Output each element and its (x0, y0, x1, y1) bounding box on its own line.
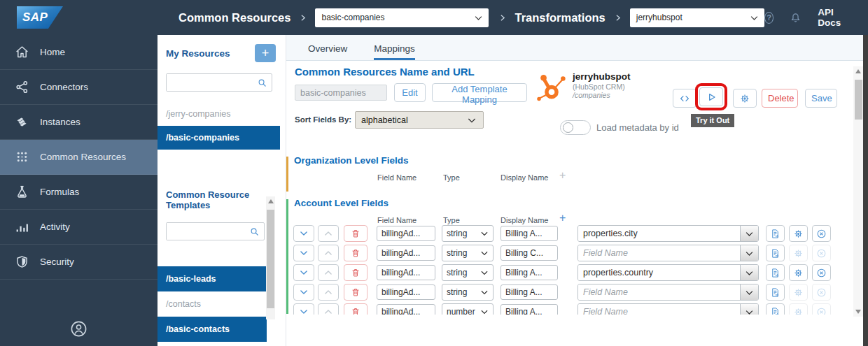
mapped-field-input[interactable] (578, 245, 740, 261)
try-it-out-button[interactable] (699, 87, 723, 106)
edit-button[interactable]: Edit (394, 83, 426, 102)
add-org-field-icon[interactable]: + (559, 170, 566, 181)
display-name-input[interactable] (500, 245, 558, 261)
transformation-select[interactable]: jerryhubspot (630, 8, 764, 27)
remove-circle-icon (816, 307, 827, 315)
field-script-button[interactable] (766, 264, 785, 281)
move-field-down-button[interactable] (293, 264, 314, 281)
delete-field-button[interactable] (344, 303, 368, 315)
resources-search-input[interactable] (167, 74, 257, 91)
mapped-field-dropdown-button[interactable] (740, 284, 758, 300)
field-settings-button[interactable] (789, 264, 808, 281)
move-field-up-button[interactable] (318, 264, 339, 281)
sidebar-item-instances[interactable]: Instances (0, 105, 158, 140)
load-metadata-toggle[interactable] (560, 120, 591, 135)
view-code-button[interactable] (673, 89, 696, 108)
mapped-field-dropdown-button[interactable] (740, 226, 758, 241)
field-settings-button[interactable] (789, 225, 808, 242)
resource-select[interactable]: basic-companies (315, 8, 489, 27)
field-name-input[interactable] (377, 284, 435, 300)
mapped-field-dropdown-button[interactable] (740, 304, 758, 315)
sidebar-item-activity[interactable]: Activity (0, 210, 158, 245)
api-docs-link[interactable]: API Docs (818, 7, 850, 28)
mapped-field-input[interactable] (578, 304, 740, 315)
delete-button[interactable]: Delete (762, 89, 798, 108)
scrollbar-thumb[interactable] (855, 80, 862, 120)
move-field-down-button[interactable] (293, 225, 314, 242)
move-field-down-button[interactable] (293, 303, 314, 315)
templates-search-input[interactable] (167, 223, 249, 240)
field-name-input[interactable] (377, 304, 435, 315)
field-name-input[interactable] (377, 226, 435, 241)
notifications-bell-icon[interactable] (790, 12, 802, 24)
field-script-button[interactable] (766, 284, 785, 301)
field-type-select[interactable]: string (442, 225, 493, 242)
delete-field-button[interactable] (344, 225, 368, 242)
display-name-input[interactable] (500, 265, 558, 280)
field-name-input[interactable] (377, 265, 435, 280)
mapped-field-input[interactable] (578, 265, 740, 280)
mapped-field-dropdown-button[interactable] (740, 265, 758, 280)
field-script-button[interactable] (766, 245, 785, 261)
sidebar-item-common-resources[interactable]: Common Resources (0, 140, 158, 175)
field-type-select[interactable]: string (442, 264, 493, 281)
user-account-icon[interactable] (0, 319, 158, 338)
field-name-input[interactable] (377, 245, 435, 261)
move-field-down-button[interactable] (293, 284, 314, 301)
main-scrollbar[interactable] (853, 66, 863, 317)
field-script-button[interactable] (766, 303, 785, 315)
resource-item[interactable]: /basic-companies (158, 126, 280, 150)
field-remove-mapping-button[interactable] (812, 245, 831, 261)
field-type-select[interactable]: string (442, 245, 493, 261)
field-remove-mapping-button[interactable] (812, 284, 831, 301)
add-account-field-icon[interactable]: + (559, 212, 566, 224)
save-button[interactable]: Save (805, 89, 837, 108)
move-field-up-button[interactable] (318, 303, 339, 315)
add-resource-button[interactable]: + (255, 44, 276, 62)
sort-fields-select[interactable]: alphabetical (355, 111, 484, 129)
sidebar-item-formulas[interactable]: Formulas (0, 175, 158, 210)
field-remove-mapping-button[interactable] (812, 225, 831, 242)
move-field-up-button[interactable] (318, 225, 339, 242)
field-script-button[interactable] (766, 225, 785, 242)
display-name-input[interactable] (500, 226, 558, 241)
move-field-down-button[interactable] (293, 245, 314, 261)
resource-item[interactable]: /basic-contacts (158, 317, 267, 342)
delete-field-button[interactable] (344, 245, 368, 261)
scrollbar-thumb[interactable] (267, 210, 274, 308)
help-icon[interactable]: ? (764, 12, 774, 24)
scroll-up-arrow[interactable] (855, 69, 861, 73)
sidebar-item-connectors[interactable]: Connectors (0, 70, 158, 105)
display-name-input[interactable] (500, 304, 558, 315)
tab-mappings[interactable]: Mappings (374, 43, 415, 60)
field-remove-mapping-button[interactable] (812, 303, 831, 315)
display-name-input[interactable] (500, 284, 558, 300)
field-settings-button[interactable] (789, 284, 808, 301)
settings-button[interactable] (733, 89, 757, 108)
move-field-up-button[interactable] (318, 284, 339, 301)
scroll-down-arrow[interactable] (855, 310, 861, 314)
field-settings-button[interactable] (789, 303, 808, 315)
mapped-field-input[interactable] (578, 226, 740, 241)
tab-overview[interactable]: Overview (308, 43, 347, 60)
add-template-mapping-button[interactable]: Add Template Mapping (432, 83, 527, 102)
breadcrumb-transformations[interactable]: Transformations (514, 11, 605, 24)
resource-item[interactable]: /jerry-companies (158, 102, 280, 126)
resource-item[interactable]: /basic-leads (158, 266, 267, 291)
move-field-up-button[interactable] (318, 245, 339, 261)
mapped-field-dropdown-button[interactable] (740, 245, 758, 261)
field-type-select[interactable]: string (442, 284, 493, 301)
breadcrumb-common-resources[interactable]: Common Resources (178, 11, 290, 24)
field-settings-button[interactable] (789, 245, 808, 261)
mapped-field-input[interactable] (578, 284, 740, 300)
field-type-select[interactable]: number (442, 303, 493, 315)
sidebar-item-home[interactable]: Home (0, 35, 158, 70)
scroll-up-arrow[interactable] (268, 199, 274, 203)
resource-item[interactable]: /contacts (158, 291, 267, 317)
delete-field-button[interactable] (344, 264, 368, 281)
delete-field-button[interactable] (344, 284, 368, 301)
resource-name-input[interactable] (295, 85, 387, 101)
templates-scrollbar[interactable] (266, 196, 275, 319)
field-remove-mapping-button[interactable] (812, 264, 831, 281)
sidebar-item-security[interactable]: Security (0, 245, 158, 280)
